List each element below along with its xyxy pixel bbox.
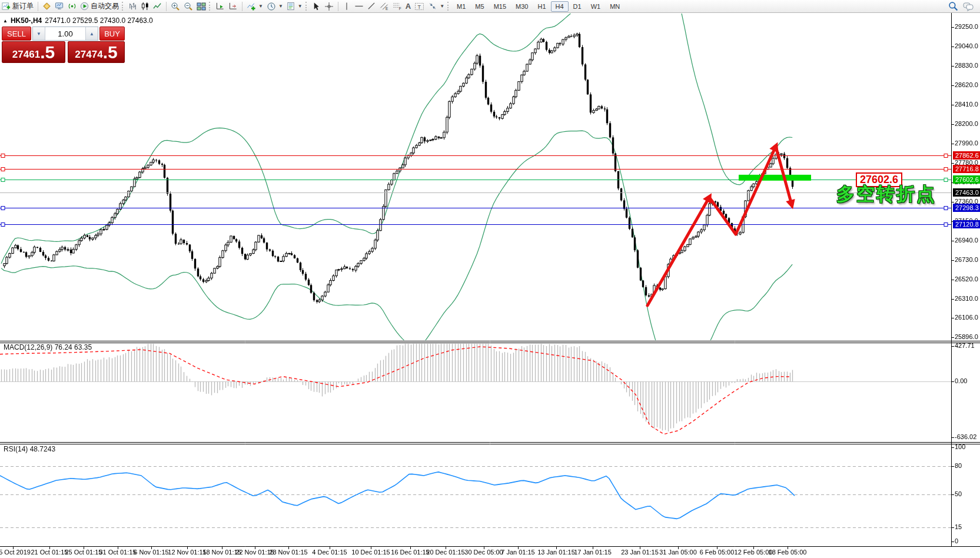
volume-value[interactable]: 1.00 — [45, 27, 86, 40]
arrows-icon — [428, 2, 437, 11]
rsi-axis-tick: 50 — [955, 490, 962, 497]
price-axis-tick: 26106.0 — [955, 314, 978, 321]
volume-increase-button[interactable]: ▲ — [86, 27, 98, 40]
horizontal-line-tool-button[interactable] — [353, 1, 366, 12]
periods-button[interactable]: ▼ — [265, 1, 285, 12]
tab-m5[interactable]: M5 — [470, 1, 489, 12]
tab-w1[interactable]: W1 — [586, 1, 606, 12]
chart-shift-button[interactable] — [227, 1, 240, 12]
time-axis-tick: 12 Feb 05:00 — [735, 549, 773, 556]
rsi-indicator-label: RSI(14) 48.7243 — [4, 445, 55, 453]
price-chart-canvas[interactable] — [0, 0, 980, 558]
bar-chart-icon — [128, 2, 137, 11]
vertical-line-tool-button[interactable] — [341, 1, 353, 12]
line-chart-mode-button[interactable] — [151, 1, 164, 12]
text-tool-icon: A — [406, 2, 411, 11]
tab-h1[interactable]: H1 — [533, 1, 550, 12]
time-axis-tick: 4 Dec 01:15 — [312, 549, 347, 556]
templates-dropdown-arrow: ▼ — [298, 4, 303, 9]
text-tool-button[interactable]: A — [404, 1, 413, 12]
time-axis-tick: 31 Oct 01:15 — [99, 549, 137, 556]
timeframe-bar: M1 M5 M15 M30 H1 H4 D1 W1 MN — [452, 1, 624, 12]
new-order-label: 新订单 — [12, 1, 34, 11]
tab-d1[interactable]: D1 — [569, 1, 586, 12]
auto-scroll-button[interactable] — [214, 1, 227, 12]
price-axis-tick: 28200.0 — [955, 120, 978, 127]
expert-monitor-icon — [55, 2, 64, 11]
templates-button[interactable]: ▼ — [285, 1, 304, 12]
indicators-dropdown-arrow: ▼ — [258, 4, 263, 9]
zoom-in-button[interactable] — [169, 1, 182, 12]
buy-price-dec: .5 — [103, 44, 118, 61]
arrows-tool-button[interactable]: ▼ — [426, 1, 446, 12]
equidistant-channel-tool-button[interactable]: E — [378, 1, 391, 12]
auto-trading-button[interactable]: 自动交易 — [78, 1, 121, 12]
tab-h4[interactable]: H4 — [551, 1, 569, 12]
symbol-timeframe-label: HK50-,H4 — [11, 16, 42, 25]
price-axis-tick: 29040.0 — [955, 42, 978, 49]
time-axis-tick: 23 Jan 01:15 — [621, 549, 659, 556]
candlestick-mode-button[interactable] — [139, 1, 151, 12]
volume-decrease-button[interactable]: ▼ — [33, 27, 45, 40]
tab-m30[interactable]: M30 — [511, 1, 533, 12]
time-axis-tick: 17 Jan 01:15 — [574, 549, 612, 556]
tab-m1[interactable]: M1 — [452, 1, 470, 12]
cursor-tool-button[interactable] — [310, 1, 323, 12]
chinese-note-text[interactable]: 多空转折点 — [836, 182, 936, 207]
zoom-out-icon — [184, 2, 193, 11]
time-axis-tick: 7 Jan 01:15 — [501, 549, 535, 556]
market-watch-button[interactable] — [41, 1, 53, 12]
signals-button[interactable] — [66, 1, 78, 12]
line-chart-icon — [153, 2, 162, 11]
crosshair-icon — [324, 2, 334, 11]
tab-mn[interactable]: MN — [605, 1, 624, 12]
buy-price-display[interactable]: 27474.5 — [68, 41, 125, 63]
chat-icon[interactable] — [963, 2, 974, 11]
search-icon[interactable] — [948, 1, 958, 11]
time-axis-tick: 31 Jan 05:00 — [659, 549, 697, 556]
auto-scroll-icon — [215, 2, 225, 11]
collapse-panel-icon[interactable]: ▲ — [3, 18, 8, 24]
new-order-button[interactable]: 新订单 — [0, 1, 35, 12]
macd-axis-tick: 0.00 — [955, 377, 967, 384]
time-axis-tick: 13 Jan 01:15 — [537, 549, 575, 556]
sell-button[interactable]: SELL — [2, 26, 31, 41]
auto-trading-icon — [80, 2, 89, 11]
time-axis-tick: 12 Nov 01:15 — [168, 549, 206, 556]
sell-price-display[interactable]: 27461.5 — [2, 41, 65, 63]
fibonacci-tool-button[interactable]: F — [391, 1, 404, 12]
indicators-button[interactable]: ▼ — [245, 1, 265, 12]
signal-icon — [68, 2, 77, 11]
candlestick-icon — [141, 2, 150, 11]
time-axis-tick: 16 Dec 01:15 — [391, 549, 429, 556]
volume-stepper: ▼ 1.00 ▲ — [32, 26, 98, 41]
channel-glyph: E — [386, 6, 388, 11]
tab-m15[interactable]: M15 — [489, 1, 511, 12]
price-axis-tick: 28620.0 — [955, 81, 978, 88]
crosshair-tool-button[interactable] — [323, 1, 335, 12]
expert-advisors-button[interactable] — [53, 1, 66, 12]
template-icon — [287, 2, 295, 11]
price-level-tag: 27716.8 — [953, 165, 980, 173]
bar-chart-mode-button[interactable] — [127, 1, 139, 12]
tile-windows-button[interactable] — [195, 1, 208, 12]
price-axis-tick: 28410.0 — [955, 101, 978, 108]
price-axis-tick: 27990.0 — [955, 140, 978, 147]
time-axis-tick: 28 Nov 01:15 — [269, 549, 307, 556]
one-click-trading-panel: SELL ▼ 1.00 ▲ BUY 27461.5 27474.5 — [2, 26, 125, 63]
buy-button[interactable]: BUY — [99, 26, 125, 41]
price-level-tag: 27463.0 — [953, 188, 980, 197]
macd-axis-tick: 427.71 — [955, 342, 975, 349]
time-axis-tick: 20 Dec 01:15 — [426, 549, 464, 556]
rsi-axis-tick: 80 — [955, 462, 962, 469]
price-level-tag: 27120.8 — [953, 220, 980, 228]
trendline-tool-button[interactable] — [366, 1, 378, 12]
zoom-out-button[interactable] — [182, 1, 195, 12]
time-axis-tick: 6 Nov 01:15 — [134, 549, 168, 556]
new-order-icon — [2, 2, 11, 11]
main-toolbar: 新订单 自动交易 ▼ ▼ — [0, 0, 980, 13]
label-glyph: T — [418, 4, 421, 9]
chart-shift-icon — [228, 2, 238, 11]
text-label-tool-button[interactable]: T — [413, 1, 426, 12]
time-axis-tick: 21 Oct 01:15 — [31, 549, 68, 556]
